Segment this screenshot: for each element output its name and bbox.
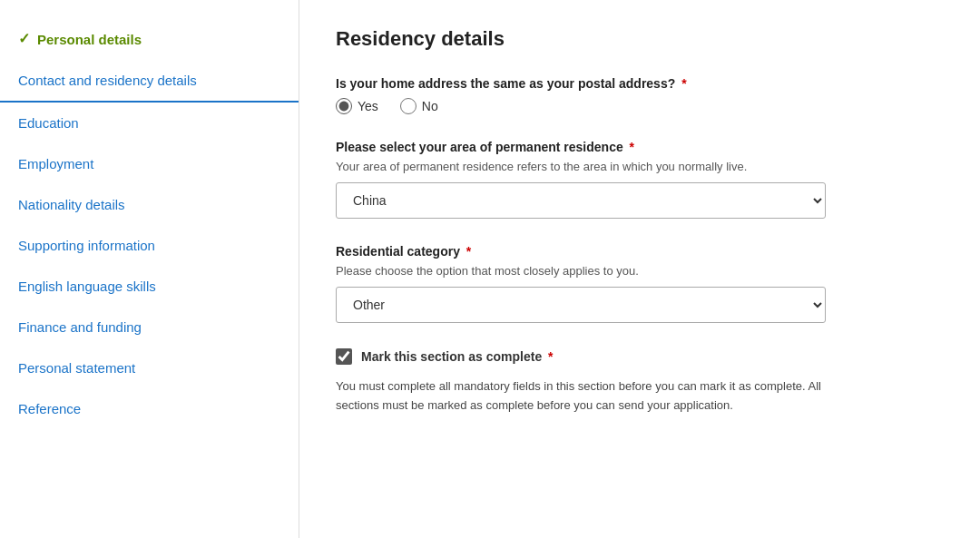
radio-yes-input[interactable] xyxy=(336,98,352,114)
sidebar-personal-details-label: Personal details xyxy=(37,30,142,49)
sidebar: ✓ Personal details Contact and residency… xyxy=(0,0,299,538)
residential-category-group: Residential category * Please choose the… xyxy=(336,244,944,323)
permanent-residence-select[interactable]: China United Kingdom United States Other xyxy=(336,182,826,219)
home-address-group: Is your home address the same as your po… xyxy=(336,76,944,114)
sidebar-item-contact-residency[interactable]: Contact and residency details xyxy=(0,60,299,103)
permanent-residence-hint: Your area of permanent residence refers … xyxy=(336,160,944,173)
mark-complete-checkbox[interactable] xyxy=(336,348,352,365)
mark-complete-label[interactable]: Mark this section as complete * xyxy=(336,348,944,365)
sidebar-item-personal-statement[interactable]: Personal statement xyxy=(0,347,299,388)
permanent-residence-required: * xyxy=(630,140,634,154)
residential-category-hint: Please choose the option that most close… xyxy=(336,264,944,278)
page-title: Residency details xyxy=(336,27,944,51)
sidebar-item-nationality-details[interactable]: Nationality details xyxy=(0,184,299,225)
sidebar-item-employment[interactable]: Employment xyxy=(0,143,299,184)
home-address-label: Is your home address the same as your po… xyxy=(336,76,944,91)
sidebar-item-supporting-information[interactable]: Supporting information xyxy=(0,225,299,266)
home-address-radio-group: Yes No xyxy=(336,98,944,114)
mark-complete-required: * xyxy=(548,349,553,364)
radio-no-input[interactable] xyxy=(400,98,416,114)
residential-category-required: * xyxy=(466,244,471,259)
permanent-residence-group: Please select your area of permanent res… xyxy=(336,140,944,219)
mark-complete-description: You must complete all mandatory fields i… xyxy=(336,377,826,416)
sidebar-item-english-language-skills[interactable]: English language skills xyxy=(0,266,299,307)
radio-no-label[interactable]: No xyxy=(400,98,438,114)
sidebar-item-finance-and-funding[interactable]: Finance and funding xyxy=(0,307,299,347)
checkmark-icon: ✓ xyxy=(18,29,30,49)
residential-category-label: Residential category * xyxy=(336,244,944,259)
residential-category-select[interactable]: Home (UK) EU International Other xyxy=(336,287,826,323)
sidebar-item-personal-details[interactable]: ✓ Personal details xyxy=(0,18,299,60)
main-content: Residency details Is your home address t… xyxy=(299,0,980,538)
mark-complete-section: Mark this section as complete * You must… xyxy=(336,348,944,416)
home-address-required: * xyxy=(681,76,686,91)
radio-yes-label[interactable]: Yes xyxy=(336,98,378,114)
sidebar-item-education[interactable]: Education xyxy=(0,103,299,143)
radio-no-text: No xyxy=(422,99,438,113)
radio-yes-text: Yes xyxy=(358,99,378,113)
permanent-residence-label: Please select your area of permanent res… xyxy=(336,140,944,154)
mark-complete-text: Mark this section as complete * xyxy=(361,349,554,364)
sidebar-item-reference[interactable]: Reference xyxy=(0,388,299,429)
